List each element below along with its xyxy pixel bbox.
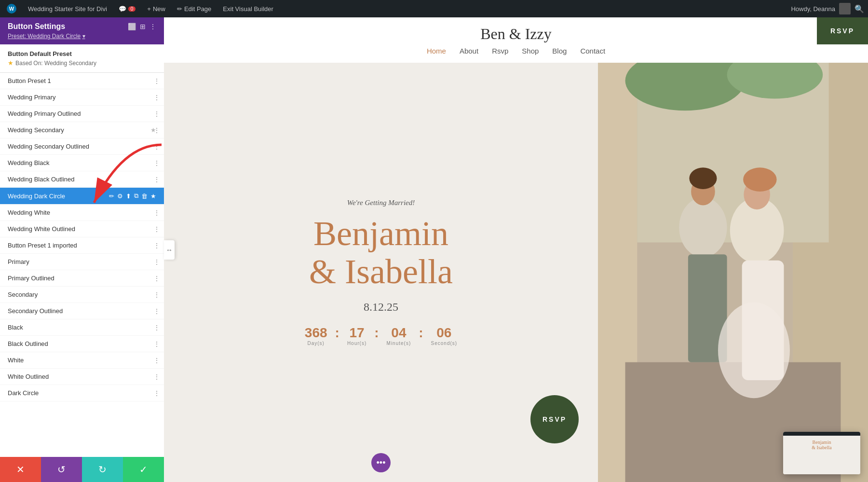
dots-menu-primary[interactable]: ⋮ <box>153 258 160 266</box>
copy-icon[interactable]: ⧉ <box>134 192 138 200</box>
mini-preview-bar <box>783 432 860 436</box>
dots-menu-preset1[interactable]: ⋮ <box>153 77 160 85</box>
list-item-wedding-secondary[interactable]: Wedding Secondary★⋮ <box>0 122 164 138</box>
redo-button[interactable]: ↻ <box>82 457 123 482</box>
hero-right: Benjamin& Isabella <box>598 63 868 482</box>
gear-icon[interactable]: ⚙ <box>117 193 123 200</box>
admin-bar-right: Howdy, Deanna 🔍 <box>791 3 864 14</box>
nav-item-contact[interactable]: Contact <box>580 47 605 55</box>
dots-menu-wedding-white[interactable]: ⋮ <box>153 209 160 217</box>
list-item-white-outlined[interactable]: White Outlined⋮ <box>0 369 164 385</box>
grid-icon[interactable]: ⊞ <box>140 23 146 30</box>
save-button[interactable]: ✓ <box>123 457 164 482</box>
admin-bar: W Wedding Starter Site for Divi 💬 0 + Ne… <box>0 0 868 17</box>
rsvp-circle-button[interactable]: RSVP <box>530 395 579 443</box>
dots-menu-white-outlined[interactable]: ⋮ <box>153 373 160 381</box>
list-item-wedding-white-outlined[interactable]: Wedding White Outlined⋮ <box>0 221 164 237</box>
list-item-secondary[interactable]: Secondary⋮ <box>0 287 164 303</box>
list-item-black[interactable]: Black⋮ <box>0 319 164 336</box>
list-item-wedding-white[interactable]: Wedding White⋮ <box>0 205 164 221</box>
wp-logo-item[interactable]: W <box>4 2 19 15</box>
wp-logo: W <box>7 4 16 14</box>
list-item-label-primary: Primary <box>8 258 156 265</box>
rsvp-header-button[interactable]: RSVP <box>817 17 868 44</box>
comments-item[interactable]: 💬 0 <box>116 3 139 14</box>
dots-menu-wedding-secondary[interactable]: ⋮ <box>153 126 160 134</box>
undo-button[interactable]: ↺ <box>41 457 82 482</box>
trash-icon[interactable]: 🗑 <box>141 193 148 200</box>
list-item-label-wedding-secondary-outlined: Wedding Secondary Outlined <box>8 143 156 150</box>
list-item-button-preset-imported[interactable]: Button Preset 1 imported⋮ <box>0 237 164 254</box>
countdown-label-0: Day(s) <box>305 341 327 346</box>
monitor-icon[interactable]: ⬜ <box>128 23 136 30</box>
dots-menu-primary-outlined[interactable]: ⋮ <box>153 275 160 282</box>
dots-menu-button-preset-imported[interactable]: ⋮ <box>153 242 160 249</box>
site-name-item[interactable]: Wedding Starter Site for Divi <box>25 3 110 14</box>
dots-menu-secondary[interactable]: ⋮ <box>153 291 160 299</box>
panel-toggle[interactable]: ↔ <box>164 240 175 260</box>
dots-menu-black-outlined[interactable]: ⋮ <box>153 340 160 348</box>
more-icon[interactable]: ⋮ <box>149 23 156 30</box>
exit-builder-item[interactable]: Exit Visual Builder <box>220 3 276 14</box>
site-title: Ben & Izzy <box>480 25 552 43</box>
dots-menu-dark-circle[interactable]: ⋮ <box>153 389 160 397</box>
list-item-label-white: White <box>8 357 156 364</box>
more-options-button[interactable]: ••• <box>371 453 391 472</box>
list-item-secondary-outlined[interactable]: Secondary Outlined⋮ <box>0 303 164 319</box>
list-item-wedding-black[interactable]: Wedding Black⋮ <box>0 155 164 171</box>
list-item-black-outlined[interactable]: Black Outlined⋮ <box>0 336 164 352</box>
list-item-wedding-secondary-outlined[interactable]: Wedding Secondary Outlined⋮ <box>0 138 164 155</box>
list-item-wedding-black-outlined[interactable]: Wedding Black Outlined⋮ <box>0 171 164 188</box>
item-actions-wedding-dark-circle: ✏⚙⬆⧉🗑★ <box>109 192 156 200</box>
dots-menu-wedding-primary-outlined[interactable]: ⋮ <box>153 110 160 118</box>
dots-menu-wedding-white-outlined[interactable]: ⋮ <box>153 225 160 233</box>
countdown-item-2: 04Minute(s) <box>387 325 411 346</box>
dots-menu-black[interactable]: ⋮ <box>153 324 160 331</box>
list-item-dark-circle[interactable]: Dark Circle⋮ <box>0 385 164 401</box>
dots-menu-secondary-outlined[interactable]: ⋮ <box>153 307 160 315</box>
list-item-label-black: Black <box>8 324 156 331</box>
preset-list: Button Preset 1⋮Wedding Primary⋮Wedding … <box>0 73 164 457</box>
dots-menu-wedding-primary[interactable]: ⋮ <box>153 94 160 101</box>
new-item[interactable]: + New <box>144 3 168 14</box>
list-item-primary[interactable]: Primary⋮ <box>0 254 164 270</box>
dots-menu-wedding-black-outlined[interactable]: ⋮ <box>153 176 160 183</box>
nav-item-shop[interactable]: Shop <box>522 47 539 55</box>
edit-page-item[interactable]: ✏ Edit Page <box>174 3 214 14</box>
cancel-button[interactable]: ✕ <box>0 457 41 482</box>
list-item-label-wedding-white: Wedding White <box>8 209 156 216</box>
star-icon[interactable]: ★ <box>150 193 156 200</box>
chevron-down-icon[interactable]: ▾ <box>82 33 85 40</box>
list-item-wedding-primary[interactable]: Wedding Primary⋮ <box>0 89 164 106</box>
nav-item-blog[interactable]: Blog <box>552 47 567 55</box>
nav-item-home[interactable]: Home <box>427 47 446 55</box>
countdown-label-1: Hour(s) <box>347 341 366 346</box>
left-panel: Button Settings ⬜ ⊞ ⋮ Preset: Wedding Da… <box>0 17 164 482</box>
hero-names: Benjamin& Isabella <box>309 215 453 291</box>
list-item-wedding-dark-circle[interactable]: Wedding Dark Circle✏⚙⬆⧉🗑★ <box>0 188 164 205</box>
countdown-separator-2: : <box>419 326 423 340</box>
hero-subtitle: We're Getting Married! <box>347 199 415 207</box>
svg-point-15 <box>718 303 790 399</box>
upload-icon[interactable]: ⬆ <box>126 193 131 200</box>
edit-label: Edit Page <box>184 5 211 13</box>
list-item-white[interactable]: White⋮ <box>0 352 164 369</box>
dots-menu-white[interactable]: ⋮ <box>153 357 160 364</box>
dots-menu-wedding-secondary-outlined[interactable]: ⋮ <box>153 143 160 151</box>
list-item-label-wedding-primary: Wedding Primary <box>8 94 156 101</box>
countdown-item-1: 17Hour(s) <box>347 325 366 346</box>
mini-preview: Benjamin& Isabella <box>783 432 860 474</box>
hero-date: 8.12.25 <box>364 301 398 314</box>
countdown-num-1: 17 <box>347 325 366 341</box>
dots-menu-wedding-black[interactable]: ⋮ <box>153 159 160 167</box>
nav-item-about[interactable]: About <box>460 47 478 55</box>
list-item-preset1[interactable]: Button Preset 1⋮ <box>0 73 164 89</box>
nav-item-rsvp[interactable]: Rsvp <box>492 47 508 55</box>
countdown-num-0: 368 <box>305 325 327 341</box>
list-item-primary-outlined[interactable]: Primary Outlined⋮ <box>0 270 164 287</box>
hero-image <box>598 63 868 482</box>
preset-label: Preset: Wedding Dark Circle <box>8 33 81 40</box>
edit-icon[interactable]: ✏ <box>109 193 114 200</box>
search-button[interactable]: 🔍 <box>854 4 864 14</box>
list-item-wedding-primary-outlined[interactable]: Wedding Primary Outlined⋮ <box>0 106 164 122</box>
